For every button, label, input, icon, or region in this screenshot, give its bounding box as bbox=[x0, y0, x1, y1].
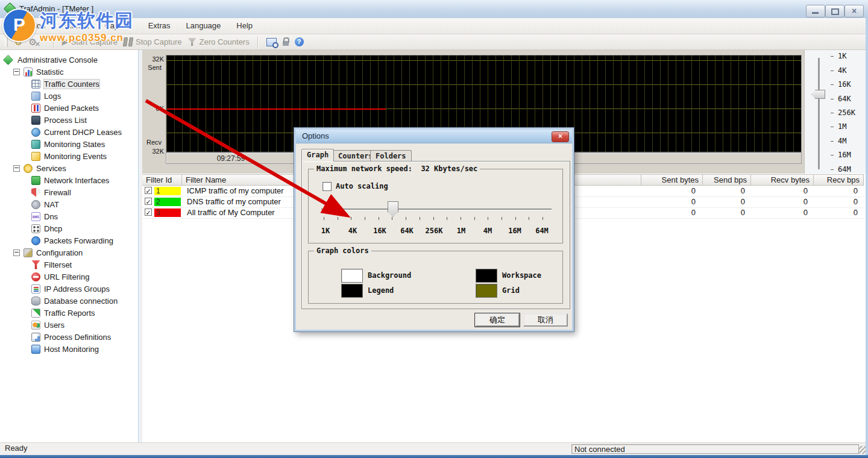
zero-counters-icon bbox=[188, 38, 197, 46]
scale-label-row: 256K bbox=[831, 108, 855, 117]
workspace-color-swatch[interactable] bbox=[476, 269, 497, 283]
toolbar-grip[interactable] bbox=[5, 37, 8, 47]
logs-icon bbox=[31, 92, 40, 101]
tree-item-network-interfaces[interactable]: Network Interfaces bbox=[0, 174, 138, 186]
window-title: TrafAdmin - [TMeter ] bbox=[19, 4, 93, 13]
tree-item-process-definitions[interactable]: Process Definitions bbox=[0, 331, 138, 343]
filterset-config-button[interactable]: ⚙ bbox=[11, 36, 25, 48]
stop-capture-label: Stop Capture bbox=[136, 37, 182, 46]
process-definitions-icon bbox=[31, 333, 40, 342]
slider-label: 1K bbox=[312, 227, 339, 235]
column-header-sent-bytes[interactable]: Sent bytes bbox=[641, 174, 703, 186]
dhcp-leases-icon bbox=[31, 128, 40, 137]
tree-item-users[interactable]: Users bbox=[0, 319, 138, 331]
zero-counters-button[interactable]: Zero Counters bbox=[185, 36, 253, 48]
tree-item-database-connection[interactable]: Database connection bbox=[0, 295, 138, 307]
slider-label: 4K bbox=[339, 227, 366, 235]
tree-item-firewall[interactable]: Firewall bbox=[0, 186, 138, 198]
tab-folders[interactable]: Folders bbox=[370, 150, 412, 161]
view-monitor-button[interactable] bbox=[263, 37, 280, 48]
time-tick: 09:27:59 bbox=[204, 154, 258, 163]
slider-label: 4M bbox=[474, 227, 501, 235]
background-color-swatch[interactable] bbox=[341, 269, 363, 283]
column-header-recv-bps[interactable]: Recv bps bbox=[814, 174, 864, 186]
window-border-right bbox=[866, 18, 868, 455]
cell-recv-bps: 0 bbox=[814, 207, 858, 218]
speed-slider-track[interactable] bbox=[321, 209, 552, 210]
tree-item-dns[interactable]: Dns bbox=[0, 210, 138, 222]
filterset-edit-button[interactable]: ⚙× bbox=[25, 36, 48, 48]
tree-item-monitoring-states[interactable]: Monitoring States bbox=[0, 138, 138, 150]
traffic-reports-icon bbox=[31, 309, 40, 318]
start-capture-button[interactable]: ▶ Start Capture bbox=[59, 36, 121, 48]
menu-capture[interactable]: Capture bbox=[96, 18, 140, 34]
scale-slider-track[interactable] bbox=[818, 58, 820, 169]
tree-item-ip-address-groups[interactable]: IP Address Groups bbox=[0, 283, 138, 295]
cell-sent-bytes: 0 bbox=[605, 186, 696, 196]
menu-filterset[interactable]: Filterset bbox=[53, 18, 96, 34]
tree-item-process-list[interactable]: Process List bbox=[0, 114, 138, 126]
tree-item-denied-packets[interactable]: Denied Packets bbox=[0, 102, 138, 114]
tree-item-monitoring-events[interactable]: Monitoring Events bbox=[0, 150, 138, 162]
filter-checkbox[interactable]: ✓ bbox=[145, 198, 152, 205]
filter-color-swatch: 2 bbox=[154, 198, 181, 206]
nat-icon bbox=[31, 200, 40, 209]
database-icon bbox=[31, 296, 40, 306]
app-window: TrafAdmin - [TMeter ] × Action Filterset… bbox=[0, 0, 868, 458]
cancel-button[interactable]: 取消 bbox=[523, 313, 568, 327]
collapse-icon[interactable] bbox=[13, 249, 20, 256]
filter-checkbox[interactable]: ✓ bbox=[145, 187, 152, 194]
tree-item-dhcp[interactable]: Dhcp bbox=[0, 222, 138, 234]
cell-recv-bytes: 0 bbox=[751, 207, 808, 218]
app-icon bbox=[4, 2, 16, 15]
help-button[interactable]: ? bbox=[292, 36, 307, 48]
minimize-button[interactable] bbox=[806, 5, 825, 17]
tree-item-nat[interactable]: NAT bbox=[0, 198, 138, 210]
grid-color-swatch[interactable] bbox=[476, 284, 497, 298]
tree-item-traffic-reports[interactable]: Traffic Reports bbox=[0, 307, 138, 319]
tree-item-host-monitoring[interactable]: Host Monitoring bbox=[0, 343, 138, 355]
stop-capture-button[interactable]: Stop Capture bbox=[121, 36, 185, 48]
ok-button[interactable]: 确定 bbox=[475, 313, 520, 327]
maximize-button[interactable] bbox=[825, 5, 844, 17]
collapse-icon[interactable] bbox=[13, 69, 20, 75]
filter-checkbox[interactable]: ✓ bbox=[145, 209, 152, 216]
tree-item-logs[interactable]: Logs bbox=[0, 90, 138, 102]
lock-button[interactable] bbox=[280, 37, 292, 47]
maximize-icon bbox=[831, 8, 839, 15]
collapse-icon[interactable] bbox=[13, 165, 20, 172]
menu-action[interactable]: Action bbox=[16, 18, 53, 34]
tree-item-filterset[interactable]: Filterset bbox=[0, 259, 138, 271]
grid-color-label: Grid bbox=[502, 286, 520, 295]
slider-label: 256K bbox=[421, 227, 447, 235]
tree-item-packets-forwarding[interactable]: Packets Forwarding bbox=[0, 234, 138, 246]
menu-help[interactable]: Help bbox=[228, 18, 260, 34]
tab-graph[interactable]: Graph bbox=[301, 149, 334, 162]
menu-extras[interactable]: Extras bbox=[140, 18, 178, 34]
menu-language[interactable]: Language bbox=[178, 18, 228, 34]
column-header-send-bps[interactable]: Send bps bbox=[703, 174, 751, 186]
auto-scaling-checkbox[interactable] bbox=[322, 182, 332, 191]
tree-item-current-dhcp-leases[interactable]: Current DHCP Leases bbox=[0, 126, 138, 138]
tree-item-services[interactable]: Services bbox=[0, 162, 138, 174]
column-header-filter-id[interactable]: Filter Id bbox=[142, 174, 182, 186]
column-header-recv-bytes[interactable]: Recv bytes bbox=[751, 174, 814, 186]
tree-item-url-filtering[interactable]: URL Filtering bbox=[0, 271, 138, 283]
dialog-close-button[interactable]: × bbox=[552, 131, 569, 142]
dialog-title-bar[interactable]: Options × bbox=[296, 130, 572, 143]
navigation-tree: Administrative Console Statistic Traffic… bbox=[0, 50, 139, 443]
ip-address-groups-icon bbox=[31, 284, 40, 293]
dns-icon bbox=[31, 212, 40, 221]
cell-send-bps: 0 bbox=[703, 207, 745, 218]
slider-label: 64M bbox=[529, 227, 555, 235]
legend-color-swatch[interactable] bbox=[341, 284, 363, 298]
filter-name: ICMP traffic of my computer bbox=[187, 186, 284, 196]
speed-slider-thumb[interactable] bbox=[388, 201, 398, 217]
tree-item-configuration[interactable]: Configuration bbox=[0, 246, 138, 259]
status-text: Ready bbox=[5, 444, 28, 453]
close-button[interactable]: × bbox=[844, 5, 864, 17]
tree-item-traffic-counters[interactable]: Traffic Counters bbox=[0, 78, 138, 90]
tree-item-administrative-console[interactable]: Administrative Console bbox=[0, 54, 138, 66]
slider-label: 16M bbox=[502, 227, 528, 235]
tree-item-statistic[interactable]: Statistic bbox=[0, 66, 138, 78]
